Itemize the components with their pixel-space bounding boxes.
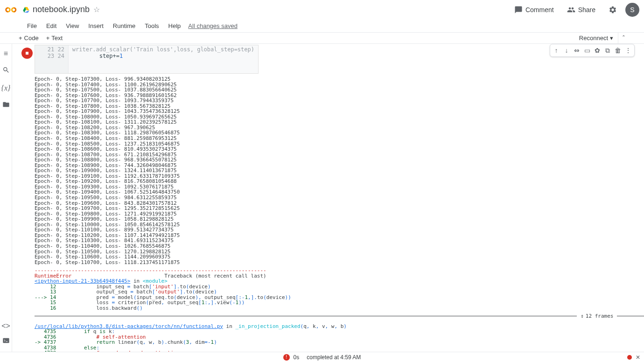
drive-icon [22, 6, 30, 14]
reconnect-button[interactable]: Reconnect ▾ [574, 33, 618, 43]
delete-icon[interactable]: 🗑 [613, 45, 623, 56]
functional-py-link[interactable]: /usr/local/lib/python3.8/dist-packages/t… [35, 323, 223, 329]
menu-tools[interactable]: Tools [140, 21, 163, 31]
variables-icon[interactable]: {x} [1, 84, 11, 92]
colab-logo-icon [5, 3, 18, 16]
collapse-button[interactable]: ˆ [618, 33, 629, 44]
chevron-down-icon: ▾ [610, 35, 613, 42]
files-icon[interactable] [2, 101, 10, 110]
move-down-icon[interactable]: ↓ [561, 45, 572, 56]
more-icon[interactable]: ⋮ [623, 45, 633, 56]
share-label: Share [578, 6, 595, 14]
notebook-title[interactable]: notebook.ipynb [33, 5, 90, 14]
move-up-icon[interactable]: ↑ [551, 45, 561, 56]
run-cell-button[interactable] [21, 48, 33, 59]
menu-runtime[interactable]: Runtime [108, 21, 140, 31]
menu-view[interactable]: View [61, 21, 84, 31]
code-cell[interactable]: 21 22 23 24 writer.add_scalar('Train los… [35, 45, 259, 74]
share-icon [567, 6, 575, 14]
add-code-button[interactable]: +Code [15, 34, 42, 42]
avatar-letter: S [630, 6, 634, 14]
gear-icon [609, 6, 617, 14]
menu-insert[interactable]: Insert [84, 21, 108, 31]
share-button[interactable]: Share [562, 3, 600, 17]
add-code-label: Code [24, 35, 39, 42]
menu-edit[interactable]: Edit [42, 21, 61, 31]
reconnect-label: Reconnect [579, 35, 608, 42]
menu-bar: FileEditViewInsertRuntimeToolsHelp All c… [0, 20, 644, 33]
plus-icon: + [46, 35, 50, 42]
stop-icon [24, 50, 30, 56]
menu-file[interactable]: File [22, 21, 42, 31]
chevron-up-icon: ˆ [623, 35, 624, 42]
add-comment-icon[interactable]: ▭ [582, 45, 592, 56]
line-gutter: 21 22 23 24 [35, 45, 69, 73]
account-avatar[interactable]: S [625, 3, 639, 17]
autosave-status[interactable]: All changes saved [188, 22, 238, 29]
expand-icon: ⇕ [581, 313, 584, 319]
menu-help[interactable]: Help [164, 21, 186, 31]
cell-toolbar: ↑ ↓ ⇔ ▭ ✿ ⧉ 🗑 ⋮ [550, 44, 635, 57]
comment-button[interactable]: Comment [510, 3, 559, 17]
comment-icon [514, 6, 523, 14]
frames-divider[interactable]: ⇕12 frames [35, 313, 644, 319]
toc-icon[interactable]: ≡ [4, 49, 8, 58]
traceback-lower: /usr/local/lib/python3.8/dist-packages/t… [35, 321, 644, 352]
search-icon[interactable] [2, 66, 10, 76]
star-icon[interactable]: ☆ [93, 5, 100, 14]
svg-rect-3 [26, 52, 28, 55]
add-text-label: Text [51, 35, 63, 42]
traceback-output: ----------------------------------------… [35, 265, 644, 311]
mirror-icon[interactable]: ⧉ [602, 45, 613, 56]
frames-count: 12 frames [586, 313, 614, 319]
side-nav: ≡ {x} <> [0, 44, 12, 352]
ipython-input-link[interactable]: <ipython-input-21-33b64948f445> [35, 278, 130, 284]
comment-label: Comment [525, 6, 554, 14]
terminal-icon[interactable] [2, 337, 10, 346]
add-text-button[interactable]: +Text [42, 34, 66, 42]
settings-button[interactable] [604, 3, 622, 17]
code-snippets-icon[interactable]: <> [1, 322, 10, 330]
code-content: writer.add_scalar('Train loss',loss, glo… [69, 45, 258, 73]
plus-icon: + [19, 35, 22, 42]
output-log: Epoch- 0, Step-107300, Loss- 996.9340820… [35, 74, 644, 265]
toolbar: +Code +Text Reconnect ▾ ˆ [0, 33, 644, 44]
link-icon[interactable]: ⇔ [572, 45, 582, 56]
app-header: notebook.ipynb ☆ Comment Share S [0, 0, 644, 20]
svg-rect-2 [3, 338, 9, 343]
cell-settings-icon[interactable]: ✿ [592, 45, 602, 56]
